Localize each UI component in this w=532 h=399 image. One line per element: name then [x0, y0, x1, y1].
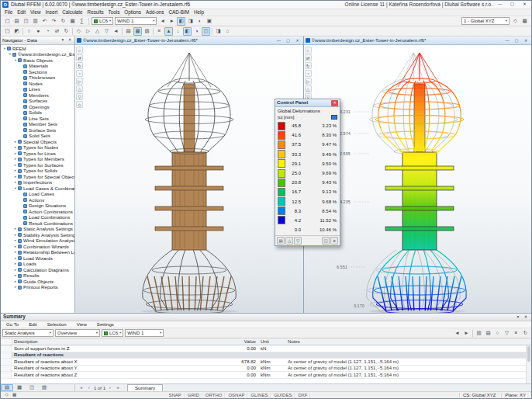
tree-item[interactable]: Design Situations [1, 203, 74, 210]
pan-icon[interactable]: ⇄ [53, 27, 61, 36]
tree-item[interactable]: ▸Types for Nodes [1, 145, 74, 151]
viewport-close-icon[interactable]: ✕ [522, 39, 530, 43]
print-icon[interactable]: ▥ [31, 17, 40, 26]
show-supports-icon[interactable]: ▲ [164, 27, 173, 36]
menu-cad-bim[interactable]: CAD-BIM [166, 10, 192, 15]
rotate-view-icon[interactable]: ↻ [305, 62, 312, 69]
clipping-box-icon[interactable]: ◨ [214, 27, 223, 36]
work-plane-icon[interactable]: ◇ [511, 17, 520, 26]
tables-icon[interactable]: ▦ [68, 17, 77, 26]
show-loads-icon[interactable]: ↓ [174, 27, 182, 36]
tree-item[interactable]: ▸Types for Members [1, 157, 74, 163]
zoom-in-icon[interactable]: ○ [25, 27, 33, 36]
coordinate-system-combo[interactable]: 1 - Global XYZ ▾ [461, 17, 510, 25]
tree-item[interactable]: Line Sets [1, 116, 74, 122]
status-toggle-guides[interactable]: GUIDES [271, 393, 295, 397]
tree-item[interactable]: Sections [1, 69, 74, 75]
display-transparent-icon[interactable]: ▧ [143, 27, 151, 36]
result-values-icon[interactable]: ◨ [186, 17, 195, 26]
zoom-icon[interactable]: ○ [305, 47, 312, 54]
color-scale-tab-icon[interactable]: ▤ [277, 237, 285, 245]
next-load-case-icon[interactable]: ► [168, 17, 176, 26]
tree-item[interactable]: ▸Relationship Between Load Cases [1, 250, 74, 256]
snap-settings-icon[interactable]: ◇ [3, 392, 10, 398]
summary-menu-go-to[interactable]: Go To [4, 322, 21, 327]
control-panel-title-bar[interactable]: Control Panel ✕ [275, 99, 340, 107]
summary-menu-edit[interactable]: Edit [26, 322, 40, 327]
tree-item[interactable]: ▾Basic Objects [1, 57, 74, 64]
pager-previous-button[interactable]: ‹ [86, 385, 92, 391]
summary-menu-settings[interactable]: Settings [95, 322, 116, 327]
display-wireframe-icon[interactable]: ▤ [124, 27, 133, 36]
tree-item[interactable]: Load Combinations [1, 215, 74, 221]
menu-calculate[interactable]: Calculate [60, 10, 85, 15]
viewport-restore-icon[interactable]: ▢ [285, 39, 292, 43]
tree-item[interactable]: Actions [1, 197, 74, 203]
tree-item[interactable]: Materials [1, 64, 74, 70]
table-settings-icon[interactable]: ≡ [512, 329, 520, 338]
view-x-icon[interactable]: ▷ [76, 78, 83, 85]
viewport-1-canvas[interactable]: ○⇄↻◔▷△▽◇ [75, 45, 303, 313]
load-case-name-combo[interactable]: WIND 1 ▾ [115, 17, 157, 25]
tree-item[interactable]: ▸Static Analysis Settings [1, 227, 74, 233]
table-row[interactable]: Resultant of reactions about Z0.00kNmAt … [1, 372, 531, 379]
tree-item[interactable]: Thicknesses [1, 75, 74, 82]
pager-next-button[interactable]: › [107, 385, 113, 391]
tree-item[interactable]: ▸Types for Lines [1, 151, 74, 157]
minimize-button[interactable]: — [495, 2, 505, 7]
tree-item[interactable]: Action Combinations [1, 209, 74, 215]
tab-summary[interactable]: Summary [127, 384, 163, 391]
rotate-view-icon[interactable]: ↻ [62, 27, 71, 36]
display-factors-tab-icon[interactable]: △ [285, 237, 293, 245]
pager-last-button[interactable]: » [115, 385, 121, 391]
pager-first-button[interactable]: « [78, 385, 85, 391]
pin-icon[interactable]: ▾ [60, 38, 66, 43]
view-z-icon[interactable]: ▽ [76, 93, 83, 100]
open-file-icon[interactable]: ▤ [12, 17, 21, 26]
menu-view[interactable]: View [28, 10, 43, 15]
viewport-close-icon[interactable]: ✕ [294, 39, 302, 43]
tree-item[interactable]: Result Combinations [1, 220, 74, 227]
status-toggle-osnap[interactable]: OSNAP [226, 393, 247, 397]
summary-load-case-combo[interactable]: LC6 ▾ [102, 329, 123, 337]
calculate-all-icon[interactable]: ∑ [78, 17, 86, 26]
show-results-icon[interactable]: ◧ [177, 17, 185, 26]
zoom-icon[interactable]: ○ [76, 47, 83, 54]
show-numbering-icon[interactable]: ≡ [155, 27, 164, 36]
view-y-icon[interactable]: △ [305, 85, 312, 92]
status-toggle-ortho[interactable]: ORTHO [203, 393, 226, 397]
redo-icon[interactable]: ↷ [50, 17, 58, 26]
viewport-restore-icon[interactable]: ▢ [513, 39, 520, 43]
viewport-1-title-bar[interactable]: ©www.timberdesign.cz_Ester-Tower-in-Jeru… [75, 36, 303, 45]
close-button[interactable]: ✕ [520, 2, 530, 7]
select-icon[interactable]: ▢ [3, 27, 12, 36]
menu-options[interactable]: Options [122, 10, 143, 15]
tree-item[interactable]: ▸Special Objects [1, 139, 74, 145]
tree-item[interactable]: ▸Wind Simulation Analysis Settings [1, 238, 74, 245]
view-y-icon[interactable]: △ [76, 85, 83, 92]
status-toggle-glines[interactable]: GLINES [248, 393, 271, 397]
show-result-values-icon[interactable]: ◑ [192, 27, 201, 36]
filter-icon[interactable]: ▽ [503, 329, 511, 338]
menu-add-ons[interactable]: Add-ons [143, 10, 166, 15]
panel-settings-icon[interactable]: ≡ [330, 237, 338, 245]
table-section-row[interactable]: Resultant of reactions [1, 352, 531, 359]
zoom-all-icon[interactable]: ◔ [305, 70, 312, 77]
tree-item[interactable]: ▸Stability Analysis Settings [1, 232, 74, 238]
print-table-icon[interactable]: ▥ [475, 329, 483, 338]
tree-item[interactable]: Surface Sets [1, 127, 74, 134]
refresh-icon[interactable]: ↻ [59, 17, 67, 26]
undo-icon[interactable]: ↶ [40, 17, 49, 26]
isometric-view-icon[interactable]: ◇ [76, 101, 83, 108]
view-in-y-icon[interactable]: △ [93, 27, 102, 36]
table-view-combo[interactable]: Overview ▾ [55, 329, 100, 337]
menu-edit[interactable]: Edit [15, 10, 28, 15]
viewport-minimize-icon[interactable]: — [503, 39, 511, 43]
previous-table-icon[interactable]: ◄ [453, 329, 461, 338]
menu-insert[interactable]: Insert [43, 10, 60, 15]
view-x-icon[interactable]: ▷ [305, 78, 312, 85]
view-in-z-icon[interactable]: ▽ [102, 27, 111, 36]
menu-tools[interactable]: Tools [106, 10, 123, 15]
close-icon[interactable]: ✕ [331, 100, 338, 106]
maximize-button[interactable]: ▢ [507, 2, 517, 7]
